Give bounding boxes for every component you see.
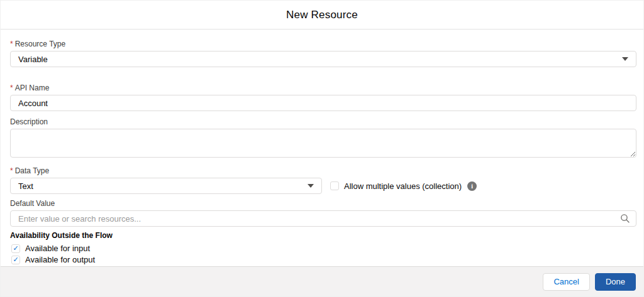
data-type-label: * Data Type bbox=[10, 166, 322, 175]
resource-type-label-text: Resource Type bbox=[15, 40, 66, 48]
resource-type-field-group: * Resource Type Variable bbox=[10, 40, 636, 67]
allow-multiple-label: Allow multiple values (collection) bbox=[344, 181, 462, 191]
description-label-text: Description bbox=[10, 117, 48, 126]
available-for-input-row: Available for input bbox=[10, 244, 636, 253]
done-button[interactable]: Done bbox=[595, 273, 636, 291]
data-type-select[interactable]: Text bbox=[10, 178, 322, 194]
api-name-label-text: API Name bbox=[15, 84, 50, 92]
api-name-label: * API Name bbox=[10, 84, 636, 92]
data-type-selected-value: Text bbox=[18, 181, 33, 191]
required-asterisk: * bbox=[10, 166, 13, 175]
resource-type-select[interactable]: Variable bbox=[10, 51, 636, 67]
default-value-label-text: Default Value bbox=[10, 199, 55, 208]
required-asterisk: * bbox=[10, 40, 13, 48]
description-textarea[interactable] bbox=[10, 129, 636, 158]
available-for-output-label: Available for output bbox=[25, 255, 95, 264]
resource-type-selected-value: Variable bbox=[18, 55, 48, 64]
allow-multiple-row: Allow multiple values (collection) i bbox=[330, 178, 477, 194]
available-for-input-checkbox[interactable] bbox=[11, 244, 20, 253]
chevron-down-icon bbox=[308, 184, 314, 188]
modal-title: New Resource bbox=[286, 9, 358, 21]
modal-header: New Resource bbox=[1, 1, 643, 30]
modal-footer: Cancel Done bbox=[1, 266, 643, 296]
data-type-field-group: * Data Type Text bbox=[10, 166, 322, 194]
resource-type-label: * Resource Type bbox=[10, 40, 636, 48]
availability-heading: Availability Outside the Flow bbox=[10, 231, 636, 240]
api-name-input[interactable] bbox=[10, 95, 636, 111]
available-for-output-row: Available for output bbox=[10, 255, 636, 264]
default-value-combobox bbox=[10, 210, 636, 227]
cancel-button[interactable]: Cancel bbox=[543, 273, 589, 291]
modal-body: * Resource Type Variable * API Name Desc… bbox=[1, 30, 643, 266]
default-value-field-group: Default Value bbox=[10, 199, 636, 227]
new-resource-modal: New Resource * Resource Type Variable * … bbox=[0, 0, 644, 297]
default-value-input[interactable] bbox=[18, 214, 617, 224]
info-icon[interactable]: i bbox=[467, 181, 477, 191]
allow-multiple-checkbox[interactable] bbox=[330, 181, 339, 190]
data-type-label-text: Data Type bbox=[15, 166, 49, 175]
chevron-down-icon bbox=[622, 57, 628, 61]
description-label: Description bbox=[10, 117, 636, 126]
data-type-row: * Data Type Text Allow multiple values (… bbox=[10, 166, 636, 194]
description-field-group: Description bbox=[10, 117, 636, 158]
available-for-input-label: Available for input bbox=[25, 244, 90, 253]
availability-section: Availability Outside the Flow Available … bbox=[10, 231, 636, 264]
search-icon[interactable] bbox=[620, 213, 630, 225]
default-value-label: Default Value bbox=[10, 199, 636, 208]
available-for-output-checkbox[interactable] bbox=[11, 256, 20, 264]
api-name-field-group: * API Name bbox=[10, 84, 636, 111]
required-asterisk: * bbox=[10, 84, 13, 92]
